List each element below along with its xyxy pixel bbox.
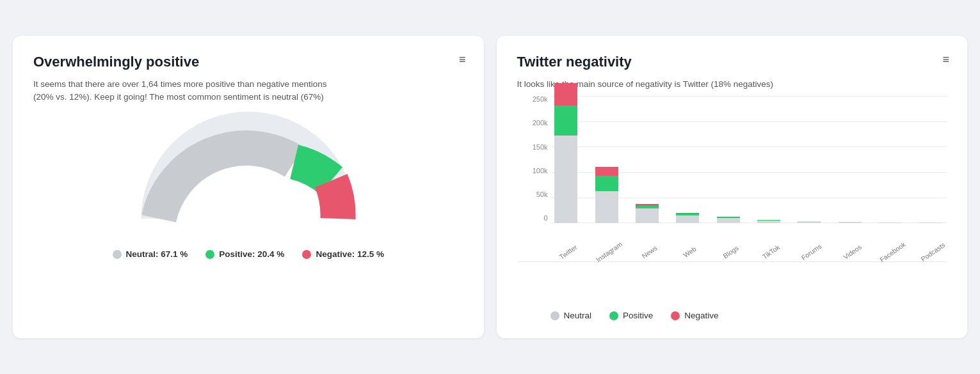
negative-label: Negative: 12.5 % [316, 249, 384, 259]
neutral-dot [113, 250, 122, 259]
left-card-title: Overwhelmingly positive [33, 54, 463, 70]
bar-segment-positive [595, 176, 618, 191]
bar-stack-3 [676, 213, 699, 223]
bar-stack-4 [717, 217, 740, 224]
bar-segment-neutral [919, 222, 942, 223]
bar-col-twitter: Twitter [550, 83, 582, 223]
x-label-tiktok: TikTok [761, 244, 781, 261]
bar-chart-legend: Neutral Positive Negative [517, 267, 947, 320]
bar-segment-neutral [717, 218, 740, 223]
bar-segment-neutral [554, 136, 577, 223]
positive-label: Positive: 20.4 % [219, 249, 284, 259]
gauge-container: Neutral: 67.1 % Positive: 20.4 % Negativ… [33, 110, 463, 259]
bar-legend-positive: Positive [609, 311, 653, 320]
x-label-news: News [640, 244, 658, 260]
bar-col-blogs: Blogs [712, 217, 744, 224]
y-label-0: 0 [517, 215, 548, 222]
positive-dot [205, 250, 214, 259]
bar-segment-neutral [676, 215, 699, 224]
bar-col-instagram: Instagram [591, 167, 622, 223]
right-card: Twitter negativity It looks like the mai… [497, 36, 968, 338]
y-label-250: 250k [517, 96, 548, 103]
bar-positive-dot [609, 311, 618, 320]
y-label-150: 150k [517, 144, 548, 151]
x-label-facebook: Facebook [878, 240, 907, 263]
x-label-podcasts: Podcasts [920, 241, 947, 263]
bar-segment-neutral [839, 222, 862, 223]
gauge-chart [140, 110, 357, 238]
bar-segment-neutral [798, 221, 821, 223]
bar-stack-9 [919, 222, 942, 223]
left-chart-legend: Neutral: 67.1 % Positive: 20.4 % Negativ… [113, 249, 384, 259]
bar-legend-neutral: Neutral [550, 311, 592, 320]
x-label-blogs: Blogs [721, 244, 739, 260]
left-card: Overwhelmingly positive It seems that th… [13, 36, 484, 338]
x-label-videos: Videos [842, 243, 863, 261]
x-label-instagram: Instagram [594, 240, 623, 264]
y-label-200: 200k [517, 120, 548, 127]
bar-positive-label: Positive [623, 311, 653, 320]
bar-col-web: Web [672, 213, 703, 223]
bar-segment-neutral [879, 222, 902, 223]
y-label-100: 100k [517, 168, 548, 175]
y-label-50: 50k [517, 191, 548, 198]
x-label-forums: Forums [800, 242, 823, 261]
bar-stack-6 [798, 221, 821, 223]
right-card-title: Twitter negativity [517, 54, 947, 70]
bar-segment-neutral [636, 208, 659, 223]
bar-stack-8 [879, 222, 902, 223]
legend-neutral: Neutral: 67.1 % [113, 249, 188, 259]
bar-stack-1 [595, 167, 618, 223]
y-axis: 0 50k 100k 150k 200k 250k [517, 96, 548, 223]
x-label-twitter: Twitter [558, 243, 579, 261]
right-card-menu-icon[interactable]: ≡ [942, 54, 949, 65]
left-card-menu-icon[interactable]: ≡ [459, 54, 466, 65]
legend-positive: Positive: 20.4 % [205, 249, 284, 259]
bar-segment-positive [554, 105, 577, 136]
bar-legend-negative: Negative [671, 311, 718, 320]
bar-stack-7 [839, 222, 862, 223]
bar-col-podcasts: Podcasts [915, 222, 947, 223]
bar-negative-label: Negative [684, 311, 718, 320]
bar-stack-0 [554, 83, 577, 223]
bar-neutral-dot [550, 311, 559, 320]
bar-stack-2 [636, 204, 659, 224]
bar-col-news: News [631, 204, 663, 224]
neutral-label: Neutral: 67.1 % [126, 249, 188, 259]
bar-chart-wrapper: 0 50k 100k 150k 200k 250k Twi [517, 96, 947, 320]
negative-dot [302, 250, 311, 259]
legend-negative: Negative: 12.5 % [302, 249, 384, 259]
bar-negative-dot [671, 311, 680, 320]
bar-segment-negative [595, 167, 618, 176]
bar-col-tiktok: TikTok [753, 220, 784, 223]
bar-chart-area: 0 50k 100k 150k 200k 250k Twi [517, 96, 947, 262]
x-label-web: Web [682, 245, 697, 259]
bar-stack-5 [757, 220, 780, 223]
left-card-subtitle: It seems that there are over 1,64 times … [33, 78, 341, 104]
bars-group: TwitterInstagramNewsWebBlogsTikTokForums… [550, 95, 947, 223]
bar-segment-neutral [595, 191, 618, 224]
bar-segment-negative [554, 83, 577, 105]
bar-col-forums: Forums [794, 221, 825, 223]
bar-col-videos: Videos [834, 222, 865, 223]
dashboard: Overwhelmingly positive It seems that th… [13, 36, 967, 338]
bar-col-facebook: Facebook [874, 222, 906, 223]
bar-segment-neutral [757, 221, 780, 223]
bar-neutral-label: Neutral [564, 311, 592, 320]
